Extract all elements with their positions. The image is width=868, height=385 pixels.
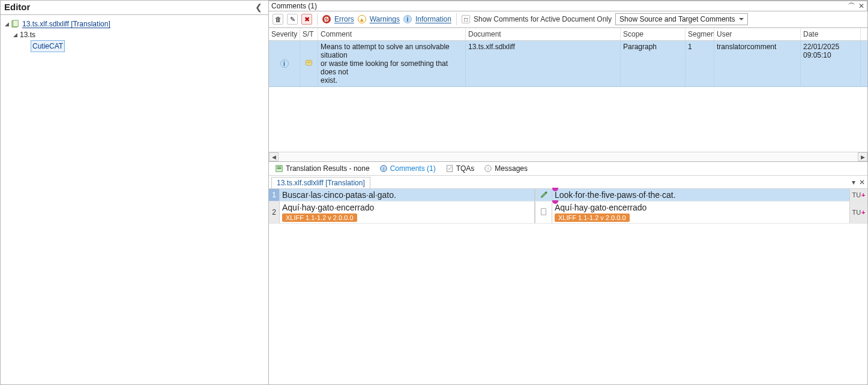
scroll-track[interactable] bbox=[279, 152, 858, 161]
st-cell bbox=[300, 41, 318, 86]
severity-cell: i bbox=[269, 41, 300, 86]
errors-filter[interactable]: Errors bbox=[334, 15, 354, 23]
document-icon: □ bbox=[462, 15, 470, 23]
svg-rect-13 bbox=[545, 191, 547, 193]
svg-text:!: ! bbox=[487, 166, 489, 172]
editor-title: Editor bbox=[4, 2, 30, 12]
document-tab-label: 13.ts.xlf.sdlxliff [Translation] bbox=[277, 179, 365, 187]
scroll-right-icon[interactable]: ▶ bbox=[858, 152, 867, 161]
xliff-tag: XLIFF 1.1-1.2 v 2.0.0.0 bbox=[555, 213, 630, 222]
scroll-left-icon[interactable]: ◀ bbox=[269, 152, 279, 161]
document-bar: 13.ts.xlf.sdlxliff [Translation] ▾ ✕ bbox=[269, 176, 867, 189]
col-severity[interactable]: Severity bbox=[269, 28, 300, 40]
horizontal-scrollbar[interactable]: ◀ ▶ bbox=[269, 152, 867, 161]
info-icon: i bbox=[403, 15, 412, 23]
segment-number: 2 bbox=[269, 201, 280, 223]
tu-badge: TU bbox=[849, 201, 867, 223]
svg-rect-1 bbox=[13, 20, 19, 27]
tqa-icon bbox=[445, 164, 454, 173]
col-date[interactable]: Date bbox=[801, 28, 861, 40]
edit-icon bbox=[540, 190, 548, 200]
separator bbox=[317, 13, 318, 25]
comment-line: exist. bbox=[321, 76, 463, 85]
scope-cell: Paragraph bbox=[621, 41, 686, 86]
clear-all-button[interactable]: 🗑 bbox=[273, 14, 283, 25]
col-user[interactable]: User bbox=[714, 28, 801, 40]
doc-close-icon[interactable]: ✕ bbox=[859, 178, 865, 187]
tab-label: TQAs bbox=[456, 164, 475, 173]
error-icon: Ø bbox=[322, 15, 331, 23]
svg-text:i: i bbox=[383, 166, 384, 172]
doc-menu-icon[interactable]: ▾ bbox=[852, 178, 855, 187]
right-panel: Comments (1) ⏜ ✕ 🗑 ✎ ✖ Ø Errors ▲ Warnin… bbox=[269, 1, 867, 384]
document-cell: 13.ts.xlf.sdlxliff bbox=[466, 41, 621, 86]
collapse-sidebar-icon[interactable]: ❮ bbox=[253, 2, 265, 12]
target-text: Aquí·hay·gato·encerrado bbox=[555, 203, 847, 212]
tab-translation-results[interactable]: Translation Results - none bbox=[271, 163, 373, 174]
info-icon: i bbox=[280, 59, 289, 68]
source-cell[interactable]: Buscar·las·cinco·patas·al·gato. bbox=[280, 189, 535, 201]
tab-messages[interactable]: ! Messages bbox=[480, 163, 531, 174]
comments-toolbar: 🗑 ✎ ✖ Ø Errors ▲ Warnings i Information … bbox=[269, 11, 867, 28]
comment-row[interactable]: i Means to attempt to solve an unsolvabl… bbox=[269, 41, 867, 87]
segment-cell: 1 bbox=[686, 41, 714, 86]
tree-grandchild-row[interactable]: CutieCAT bbox=[3, 40, 266, 52]
target-cell[interactable]: Aquí·hay·gato·encerrado XLIFF 1.1-1.2 v … bbox=[552, 201, 849, 223]
close-icon[interactable]: ✕ bbox=[858, 2, 864, 10]
edit-comment-button[interactable]: ✎ bbox=[287, 14, 298, 25]
warnings-filter[interactable]: Warnings bbox=[370, 15, 400, 23]
svg-rect-7 bbox=[277, 168, 282, 169]
comments-titlebar: Comments (1) ⏜ ✕ bbox=[269, 1, 867, 11]
source-text: Aquí·hay·gato·encerrado bbox=[282, 203, 532, 212]
comments-grid-body: i Means to attempt to solve an unsolvabl… bbox=[269, 41, 867, 152]
segment-grid: 1 Buscar·las·cinco·patas·al·gato. Look·f… bbox=[269, 189, 867, 224]
messages-icon: ! bbox=[484, 164, 492, 173]
comment-line: Means to attempt to solve an unsolvable … bbox=[321, 43, 463, 59]
tab-comments[interactable]: i Comments (1) bbox=[376, 163, 439, 174]
comments-grid-header: Severity S/T Comment Document Scope Segm… bbox=[269, 28, 867, 41]
comment-text-cell: Means to attempt to solve an unsolvable … bbox=[318, 41, 466, 86]
target-text: Look·for·the·five·paws·of·the·cat. bbox=[555, 190, 676, 200]
segment-number: 1 bbox=[269, 189, 280, 201]
tree-root-row[interactable]: ◢ 13.ts.xlf.sdlxliff [Translation] bbox=[3, 19, 266, 29]
comment-line: or waste time looking for something that… bbox=[321, 59, 463, 76]
pin-icon[interactable]: ⏜ bbox=[848, 2, 855, 10]
tree-grandchild-label[interactable]: CutieCAT bbox=[31, 40, 65, 52]
col-segment[interactable]: Segmen bbox=[686, 28, 714, 40]
tab-label: Comments (1) bbox=[390, 164, 436, 173]
col-comment[interactable]: Comment bbox=[318, 28, 466, 40]
segment-row[interactable]: 2 Aquí·hay·gato·encerrado XLIFF 1.1-1.2 … bbox=[269, 201, 867, 224]
date-cell: 22/01/2025 09:05:10 bbox=[801, 41, 861, 86]
tree-twisty-icon[interactable]: ◢ bbox=[3, 19, 10, 29]
project-tree: ◢ 13.ts.xlf.sdlxliff [Translation] ◢ 13.… bbox=[1, 15, 268, 56]
information-filter[interactable]: Information bbox=[415, 15, 451, 23]
svg-rect-14 bbox=[541, 208, 546, 215]
source-cell[interactable]: Aquí·hay·gato·encerrado XLIFF 1.1-1.2 v … bbox=[280, 201, 535, 223]
source-target-select[interactable]: Show Source and Target Comments bbox=[615, 13, 748, 25]
active-doc-only-toggle[interactable]: Show Comments for Active Document Only bbox=[474, 15, 612, 23]
tab-tqas[interactable]: TQAs bbox=[442, 163, 478, 174]
separator bbox=[456, 13, 457, 25]
tree-twisty-icon[interactable]: ◢ bbox=[11, 29, 19, 40]
status-cell[interactable] bbox=[535, 189, 552, 201]
tab-label: Translation Results - none bbox=[286, 164, 370, 173]
tree-child-row[interactable]: ◢ 13.ts bbox=[3, 29, 266, 40]
segment-row[interactable]: 1 Buscar·las·cinco·patas·al·gato. Look·f… bbox=[269, 189, 867, 201]
editor-sidebar: Editor ❮ ◢ 13.ts.xlf.sdlxliff [Translati… bbox=[1, 1, 269, 384]
delete-comment-button[interactable]: ✖ bbox=[301, 14, 312, 25]
comments-icon: i bbox=[379, 164, 388, 173]
editor-empty-area bbox=[269, 224, 867, 384]
file-icon bbox=[10, 20, 20, 28]
tu-badge: TU bbox=[849, 189, 867, 201]
tree-child-label[interactable]: 13.ts bbox=[19, 29, 37, 40]
col-st[interactable]: S/T bbox=[300, 28, 318, 40]
document-tab[interactable]: 13.ts.xlf.sdlxliff [Translation] bbox=[271, 177, 370, 188]
warning-icon: ▲ bbox=[358, 15, 366, 23]
col-document[interactable]: Document bbox=[466, 28, 621, 40]
col-scope[interactable]: Scope bbox=[621, 28, 686, 40]
tree-root-label[interactable]: 13.ts.xlf.sdlxliff [Translation] bbox=[21, 19, 112, 29]
status-cell[interactable] bbox=[535, 201, 552, 223]
target-cell[interactable]: Look·for·the·five·paws·of·the·cat. bbox=[552, 189, 849, 201]
comments-panel: Comments (1) ⏜ ✕ 🗑 ✎ ✖ Ø Errors ▲ Warnin… bbox=[269, 1, 867, 162]
select-value: Show Source and Target Comments bbox=[619, 15, 735, 23]
